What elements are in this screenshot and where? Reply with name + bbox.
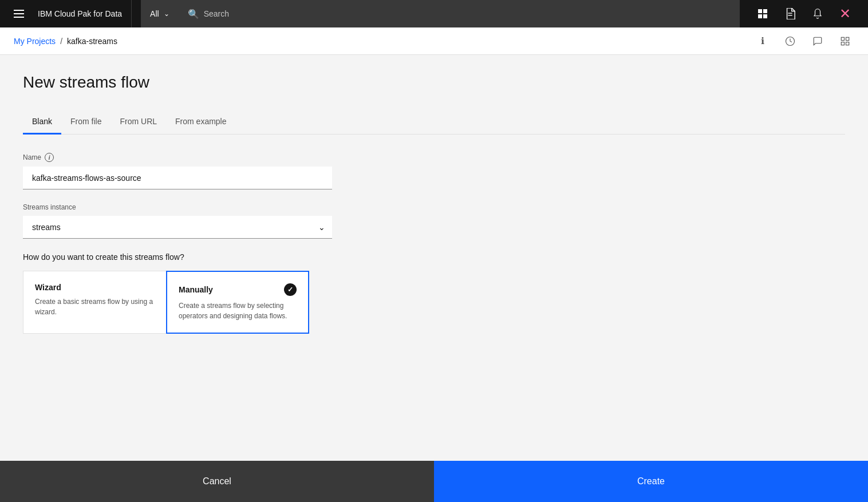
manually-card[interactable]: Manually ✓ Create a streams flow by sele… bbox=[166, 271, 309, 334]
tab-from-url[interactable]: From URL bbox=[111, 110, 166, 135]
history-icon bbox=[785, 36, 795, 46]
breadcrumb: My Projects / kafka-streams bbox=[14, 37, 117, 46]
apps-icon bbox=[757, 8, 768, 19]
breadcrumb-current: kafka-streams bbox=[67, 37, 117, 46]
all-dropdown-chevron-icon: ⌄ bbox=[164, 10, 169, 18]
creation-method-label: How do you want to create this streams f… bbox=[23, 252, 332, 262]
name-field-group: Name i bbox=[23, 153, 332, 189]
main-content: New streams flow Blank From file From UR… bbox=[0, 55, 868, 461]
all-dropdown-button[interactable]: All ⌄ bbox=[141, 0, 179, 27]
search-box: 🔍 bbox=[179, 0, 740, 27]
streams-instance-label: Streams instance bbox=[23, 203, 332, 211]
svg-rect-3 bbox=[763, 14, 767, 18]
tabs-container: Blank From file From URL From example bbox=[23, 110, 845, 135]
wizard-card-title: Wizard bbox=[35, 283, 155, 292]
tab-from-file[interactable]: From file bbox=[61, 110, 111, 135]
info-action-button[interactable]: ℹ bbox=[753, 32, 772, 50]
notification-icon-button[interactable] bbox=[804, 0, 831, 27]
breadcrumb-actions: ℹ bbox=[753, 32, 854, 50]
svg-rect-2 bbox=[758, 14, 762, 18]
streams-instance-select-wrapper: streams ⌄ bbox=[23, 216, 332, 239]
tab-blank[interactable]: Blank bbox=[23, 110, 61, 135]
wizard-card[interactable]: Wizard Create a basic streams flow by us… bbox=[23, 271, 166, 334]
comments-action-button[interactable] bbox=[808, 32, 827, 50]
close-icon-button[interactable]: ✕ bbox=[831, 0, 859, 27]
svg-rect-9 bbox=[841, 42, 844, 45]
svg-rect-8 bbox=[846, 37, 849, 40]
svg-rect-10 bbox=[846, 42, 849, 45]
creation-method-group: How do you want to create this streams f… bbox=[23, 252, 332, 334]
search-area: All ⌄ 🔍 bbox=[141, 0, 740, 27]
search-input[interactable] bbox=[204, 9, 731, 18]
nav-icons-group: ✕ bbox=[749, 0, 859, 27]
streams-instance-select[interactable]: streams bbox=[23, 216, 332, 239]
apps-icon-button[interactable] bbox=[749, 0, 776, 27]
name-input[interactable] bbox=[23, 167, 332, 189]
hamburger-menu-button[interactable] bbox=[9, 5, 29, 22]
document-icon-button[interactable] bbox=[776, 0, 804, 27]
footer-bar: Cancel Create bbox=[0, 461, 868, 502]
name-field-label: Name i bbox=[23, 153, 332, 162]
bell-icon bbox=[812, 8, 823, 19]
document-icon bbox=[785, 8, 795, 19]
wizard-card-description: Create a basic streams flow by using a w… bbox=[35, 297, 155, 317]
breadcrumb-bar: My Projects / kafka-streams ℹ bbox=[0, 27, 868, 55]
breadcrumb-separator: / bbox=[60, 37, 62, 46]
form-section: Name i Streams instance streams ⌄ How do… bbox=[23, 153, 332, 334]
name-info-icon[interactable]: i bbox=[45, 153, 54, 162]
streams-instance-field-group: Streams instance streams ⌄ bbox=[23, 203, 332, 239]
svg-rect-0 bbox=[758, 9, 762, 13]
grid-action-button[interactable] bbox=[836, 32, 854, 50]
page-title: New streams flow bbox=[23, 73, 845, 92]
all-dropdown-label: All bbox=[150, 9, 159, 18]
cancel-button[interactable]: Cancel bbox=[0, 461, 434, 502]
tab-from-example[interactable]: From example bbox=[166, 110, 235, 135]
creation-cards: Wizard Create a basic streams flow by us… bbox=[23, 271, 332, 334]
close-icon: ✕ bbox=[839, 7, 851, 21]
svg-rect-1 bbox=[763, 9, 767, 13]
manually-card-title: Manually ✓ bbox=[179, 283, 297, 296]
manually-card-description: Create a streams flow by selecting opera… bbox=[179, 301, 297, 321]
search-icon: 🔍 bbox=[188, 9, 199, 19]
info-circle-icon: ℹ bbox=[761, 35, 764, 46]
svg-rect-7 bbox=[841, 37, 844, 40]
top-navigation: IBM Cloud Pak for Data All ⌄ 🔍 bbox=[0, 0, 868, 27]
history-action-button[interactable] bbox=[781, 32, 799, 50]
manually-selected-check-icon: ✓ bbox=[284, 283, 297, 296]
app-brand: IBM Cloud Pak for Data bbox=[33, 0, 132, 27]
chat-icon bbox=[812, 36, 823, 46]
grid-icon bbox=[840, 36, 850, 46]
create-button[interactable]: Create bbox=[434, 461, 868, 502]
breadcrumb-parent-link[interactable]: My Projects bbox=[14, 37, 56, 46]
